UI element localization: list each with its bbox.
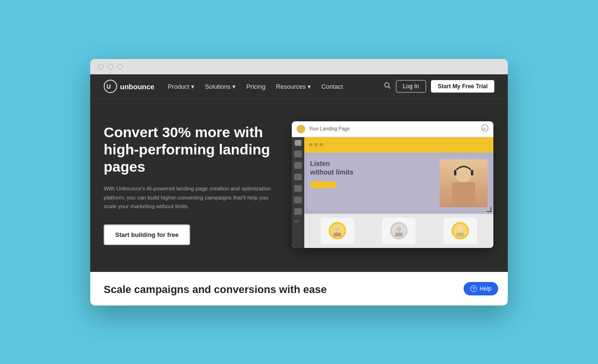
editor-title-left: Your Landing Page — [297, 125, 350, 133]
svg-text:U: U — [107, 83, 111, 90]
editor-sidebar: </> — [292, 137, 304, 248]
svg-point-12 — [396, 227, 401, 232]
nav-contact[interactable]: Contact — [322, 83, 343, 90]
hero-text: Convert 30% more with high-performing la… — [104, 124, 276, 245]
canvas-banner — [304, 137, 493, 153]
unbounce-logo-icon: U — [104, 80, 117, 93]
canvas-text-area: Listen without limits — [310, 159, 440, 207]
tool-image — [294, 174, 302, 180]
logo-text: unbounce — [120, 82, 155, 91]
hero-subtext: With Unbounce's AI-powered landing page … — [104, 184, 276, 211]
svg-point-10 — [335, 227, 340, 232]
person-silhouette — [440, 159, 488, 207]
svg-rect-7 — [454, 170, 456, 176]
profile-card-1 — [321, 218, 354, 244]
nav-logo[interactable]: U unbounce — [104, 80, 155, 93]
editor-title-text: Your Landing Page — [309, 126, 350, 131]
tool-cursor — [295, 140, 301, 146]
nav-links: Product ▾ Solutions ▾ Pricing Resources … — [168, 83, 384, 90]
canvas-heading-line1: Listen — [310, 160, 330, 167]
help-button[interactable]: ? Help — [464, 282, 498, 295]
resize-handle — [487, 207, 491, 212]
canvas-content-area: Listen without limits — [304, 153, 493, 214]
svg-line-3 — [388, 87, 390, 89]
svg-rect-15 — [456, 233, 464, 236]
browser-dot-close — [98, 64, 104, 70]
help-icon: ? — [470, 285, 477, 292]
editor-logo: U — [481, 124, 489, 134]
browser-window: U unbounce Product ▾ Solutions ▾ Pricing… — [90, 59, 508, 305]
login-button[interactable]: Log In — [396, 80, 426, 93]
browser-dot-minimize — [108, 64, 113, 70]
navbar: U unbounce Product ▾ Solutions ▾ Pricing… — [90, 74, 508, 99]
trial-button[interactable]: Start My Free Trial — [431, 80, 494, 93]
cta-button[interactable]: Start building for free — [104, 224, 190, 245]
canvas-heading-line2: without limits — [310, 168, 353, 176]
nav-resources[interactable]: Resources ▾ — [276, 83, 311, 90]
below-heading: Scale campaigns and conversions with eas… — [104, 283, 327, 296]
tool-text — [294, 162, 302, 169]
nav-actions: Log In Start My Free Trial — [384, 80, 494, 93]
banner-dot-1 — [309, 143, 312, 146]
profile-card-2 — [382, 218, 416, 244]
nav-solutions[interactable]: Solutions ▾ — [205, 83, 236, 90]
below-fold-section: Scale campaigns and conversions with eas… — [90, 272, 508, 305]
svg-point-14 — [458, 227, 463, 232]
canvas-bottom-row — [304, 214, 493, 248]
tool-video — [294, 208, 302, 215]
svg-rect-9 — [452, 182, 475, 207]
tool-button — [294, 185, 302, 192]
svg-text:U: U — [483, 127, 486, 131]
tool-section — [294, 151, 302, 157]
nav-pricing[interactable]: Pricing — [246, 83, 265, 90]
profile-avatar-2 — [390, 222, 407, 239]
hero-editor-mock: Your Landing Page U — [292, 121, 493, 248]
canvas-heading: Listen without limits — [310, 159, 440, 176]
banner-dot-2 — [314, 143, 318, 146]
tool-form — [294, 197, 302, 203]
profile-avatar-3 — [452, 222, 469, 239]
tool-code: </> — [294, 220, 302, 226]
search-icon[interactable] — [384, 82, 391, 91]
svg-rect-8 — [471, 170, 473, 176]
svg-rect-11 — [334, 233, 341, 236]
canvas-person-image — [440, 159, 488, 207]
hero-section: Convert 30% more with high-performing la… — [90, 99, 508, 272]
browser-dot-maximize — [117, 64, 123, 70]
banner-dot-3 — [320, 143, 323, 146]
profile-avatar-1 — [329, 222, 346, 239]
hero-heading: Convert 30% more with high-performing la… — [104, 124, 276, 176]
profile-card-3 — [443, 218, 477, 244]
canvas-cta-btn — [310, 181, 336, 188]
editor-user-avatar — [297, 125, 305, 133]
editor-mockup: Your Landing Page U — [292, 121, 493, 248]
editor-body: </> — [292, 137, 493, 248]
website-content: U unbounce Product ▾ Solutions ▾ Pricing… — [90, 74, 508, 305]
help-label: Help — [479, 285, 491, 292]
nav-product[interactable]: Product ▾ — [168, 83, 194, 90]
editor-titlebar: Your Landing Page U — [292, 121, 493, 137]
editor-canvas: Listen without limits — [304, 137, 493, 248]
browser-chrome — [90, 59, 508, 74]
svg-rect-13 — [395, 233, 403, 236]
